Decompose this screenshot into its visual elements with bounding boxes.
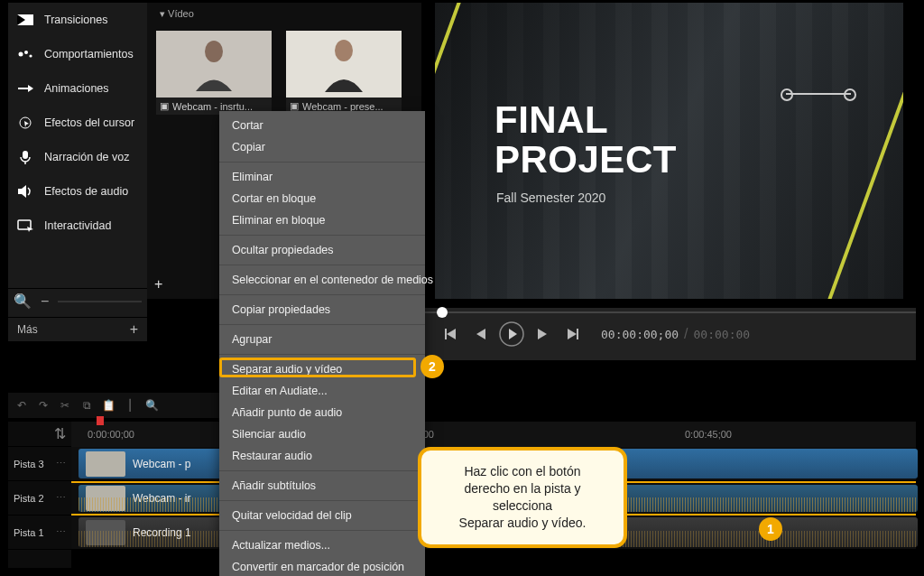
cursor-effects-icon [17,116,33,129]
context-menu-item[interactable]: Copiar propiedades [219,299,425,321]
zoom-icon[interactable]: 🔍 [143,397,160,413]
search-icon[interactable]: 🔍 [14,293,32,310]
track-options-icon[interactable]: ⋯ [56,492,66,504]
sidebar-more[interactable]: Más + [8,317,147,341]
context-menu-item[interactable]: Cortar [219,115,425,136]
svg-point-15 [335,40,353,61]
context-menu-item[interactable]: Copiar [219,136,425,158]
sidebar-item-label: Efectos del cursor [44,116,134,129]
audio-effects-icon [17,185,33,198]
context-menu-item[interactable]: Restaurar audio [219,445,425,467]
effects-sidebar: Transiciones Comportamientos Animaciones… [8,3,147,341]
context-menu-item[interactable]: Actualizar medios... [219,534,425,556]
track-options-icon[interactable]: ⋯ [56,458,66,469]
media-thumb[interactable]: ▣Webcam - insrtu... [156,31,272,115]
media-thumb[interactable]: ▣Webcam - prese... [286,31,402,115]
svg-point-14 [205,41,223,62]
media-thumbnail-image [286,31,402,98]
context-menu-item[interactable]: Editar en Audiate... [219,380,425,402]
instruction-callout: Haz clic con el botón derecho en la pist… [418,447,627,548]
svg-marker-18 [476,329,485,339]
context-menu-item[interactable]: Ocultar propiedades [219,239,425,261]
svg-point-3 [24,51,28,54]
svg-marker-8 [24,121,29,127]
context-menu-item[interactable]: Seleccionar en el contenedor de medios [219,269,425,291]
clip-context-menu: CortarCopiarEliminarCortar en bloqueElim… [219,111,425,576]
track-header[interactable]: Pista 3⋯ [8,447,71,481]
collapse-icon[interactable]: ⇅ [54,425,66,442]
preview-panel: FINALPROJECT Fall Semester 2020 [422,3,916,299]
sidebar-item-audio-effects[interactable]: Efectos de audio [8,174,147,209]
next-frame-button[interactable] [559,321,587,348]
sidebar-item-interactivity[interactable]: Interactividad [8,209,147,243]
sidebar-item-label: Transiciones [44,14,107,26]
sidebar-item-voice-narration[interactable]: Narración de voz [8,140,147,174]
preview-canvas[interactable]: FINALPROJECT Fall Semester 2020 [435,3,903,299]
sidebar-item-label: Interactividad [44,219,111,232]
svg-point-4 [29,54,32,57]
sidebar-item-animations[interactable]: Animaciones [8,71,147,106]
context-menu-item[interactable]: Quitar velocidad del clip [219,505,425,526]
add-media-button[interactable]: + [154,276,162,293]
cut-icon[interactable]: ✂ [57,397,73,413]
svg-rect-23 [577,329,578,339]
track-header[interactable]: Pista 2⋯ [8,481,71,516]
media-thumbnail-image [156,31,272,98]
prev-frame-button[interactable] [437,321,464,348]
context-menu-item[interactable]: Añadir punto de audio [219,402,425,423]
voice-narration-icon [17,151,33,163]
annotation-badge-2: 2 [420,355,444,378]
redo-icon[interactable]: ↷ [35,397,51,413]
scrub-bar[interactable] [422,311,916,313]
zoom-out-icon[interactable]: − [41,293,49,310]
player-time-current: 00:00:00;00 [601,328,679,341]
player-time-total: 00:00:00 [694,328,751,341]
record-icon: ▣ [160,100,169,112]
animations-icon [17,82,33,95]
undo-icon[interactable]: ↶ [14,397,30,413]
app-frame: Transiciones Comportamientos Animaciones… [0,0,924,576]
play-button[interactable] [498,321,525,348]
paste-icon[interactable]: 📋 [100,397,116,413]
sidebar-item-label: Narración de voz [44,151,130,163]
context-menu-item[interactable]: Añadir subtítulos [219,475,425,497]
time-ruler[interactable]: 0:00:00;00 0:00:30;00 0:00:45;00 [71,422,916,447]
preview-title: FINALPROJECT [494,100,677,180]
svg-marker-20 [509,329,517,339]
marker-icon[interactable] [97,416,104,425]
player-controls: 00:00:00;00 / 00:00:00 [422,308,916,360]
context-menu-item[interactable]: Agrupar [219,329,425,350]
split-icon[interactable]: ⎮ [122,397,138,413]
sidebar-item-label: Animaciones [44,82,109,95]
sidebar-item-cursor-effects[interactable]: Efectos del cursor [8,106,147,140]
svg-marker-16 [447,329,456,339]
decorative-accent [786,93,851,95]
track-options-icon[interactable]: ⋯ [56,526,66,538]
media-bin-section: ▾ Vídeo [147,3,421,25]
annotation-badge-1: 1 [759,517,782,541]
step-fwd-button[interactable] [529,321,556,348]
svg-rect-9 [23,151,28,159]
context-menu-item[interactable]: Cortar en bloque [219,188,425,209]
interactivity-icon [17,219,33,232]
sidebar-item-label: Comportamientos [44,48,134,60]
svg-rect-17 [445,329,447,339]
context-menu-item[interactable]: Eliminar [219,166,425,188]
svg-marker-6 [28,85,33,92]
sidebar-item-label: Efectos de audio [44,185,128,198]
context-menu-item[interactable]: Convertir en marcador de posición [219,556,425,576]
context-menu-item[interactable]: Silenciar audio [219,423,425,445]
preview-subtitle: Fall Semester 2020 [496,190,605,205]
track-header[interactable]: Pista 1⋯ [8,516,71,550]
context-menu-item[interactable]: Separar audio y vídeo [219,358,425,380]
context-menu-item[interactable]: Eliminar en bloque [219,209,425,231]
step-back-button[interactable] [467,321,494,348]
svg-marker-11 [18,185,26,198]
copy-icon[interactable]: ⧉ [79,397,95,413]
behaviors-icon [17,48,33,60]
sidebar-item-transitions[interactable]: Transiciones [8,3,147,37]
sidebar-item-behaviors[interactable]: Comportamientos [8,37,147,71]
svg-marker-21 [538,329,547,339]
plus-icon: + [130,321,138,338]
track-headers: ⇅ Pista 3⋯ Pista 2⋯ Pista 1⋯ [8,422,71,568]
